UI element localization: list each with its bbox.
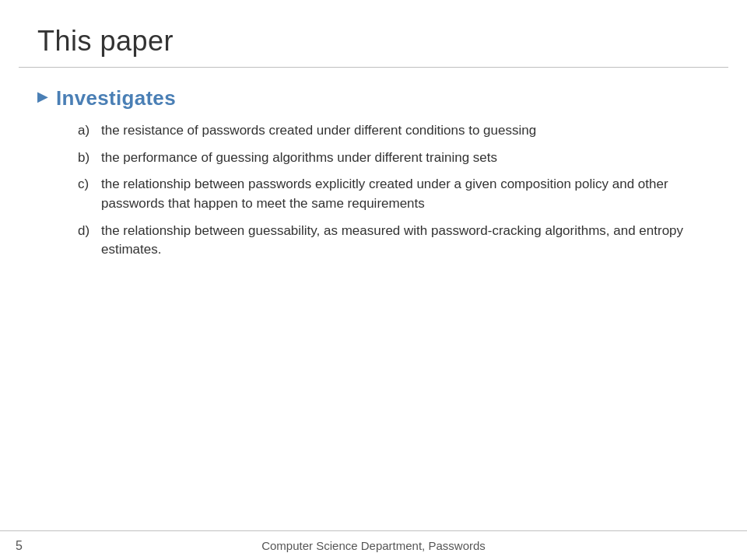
list-item: a) the resistance of passwords created u… xyxy=(78,121,710,141)
page-number: 5 xyxy=(16,539,23,553)
sub-item-label-d: d) xyxy=(78,222,96,241)
main-bullet: ▶ Investigates xyxy=(37,86,710,110)
slide-content: ▶ Investigates a) the resistance of pass… xyxy=(0,68,747,530)
sub-item-label-c: c) xyxy=(78,175,96,194)
list-item: c) the relationship between passwords ex… xyxy=(78,175,710,213)
sub-item-text-a: the resistance of passwords created unde… xyxy=(101,121,710,141)
sub-items-list: a) the resistance of passwords created u… xyxy=(37,121,710,260)
slide-title: This paper xyxy=(37,25,710,58)
footer-center-text: Computer Science Department, Passwords xyxy=(261,539,486,552)
bullet-arrow-icon: ▶ xyxy=(37,88,48,105)
sub-item-label-a: a) xyxy=(78,121,96,141)
main-bullet-label: Investigates xyxy=(56,86,176,110)
sub-item-label-b: b) xyxy=(78,149,96,168)
sub-item-text-d: the relationship between guessability, a… xyxy=(101,222,710,260)
slide: This paper ▶ Investigates a) the resista… xyxy=(0,0,747,560)
slide-footer: 5 Computer Science Department, Passwords xyxy=(0,530,747,560)
list-item: b) the performance of guessing algorithm… xyxy=(78,149,710,168)
sub-item-text-c: the relationship between passwords expli… xyxy=(101,175,710,213)
slide-header: This paper xyxy=(0,0,747,67)
list-item: d) the relationship between guessability… xyxy=(78,222,710,260)
sub-item-text-b: the performance of guessing algorithms u… xyxy=(101,149,710,168)
